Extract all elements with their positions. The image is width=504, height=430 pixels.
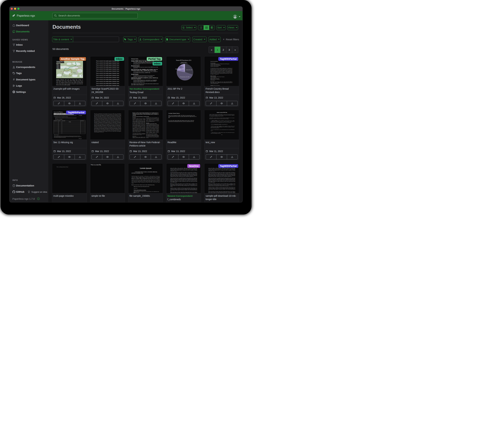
- svg-text:Have you participated in CME a: Have you participated in CME activities …: [54, 115, 76, 116]
- svg-text:proof of attendance and progra: proof of attendance and program content …: [54, 137, 66, 138]
- svg-text:Neuwete Island: Neuwete Island: [75, 66, 78, 67]
- svg-text:Good Samaritan Hospital, Los A: Good Samaritan Hospital, Los Angeles, CA: [54, 112, 63, 113]
- svg-text:Yes: Yes: [80, 115, 81, 116]
- svg-text:Six days in BWCA: Six days in BWCA: [57, 62, 61, 63]
- svg-text:Washington Island: Washington Island: [74, 73, 78, 74]
- svg-text:Hypertension, 31, 6%: Hypertension, 31, 6%: [180, 63, 188, 64]
- svg-text:44, 9%: 44, 9%: [180, 68, 183, 68]
- svg-text:Entry Point: Entry Point: [57, 68, 60, 69]
- svg-text:Course Name: Course Name: [62, 121, 65, 121]
- svg-text:Charles Island: Charles Island: [64, 76, 67, 76]
- svg-text:I am submitting documentation: I am submitting documentation of continu…: [54, 116, 68, 117]
- svg-text:A copy of the information subm: A copy of the information submitted to t…: [56, 118, 77, 118]
- svg-text:Contact Hours: Contact Hours: [81, 121, 84, 121]
- svg-text:Map data 2021: Map data 2021: [56, 77, 59, 78]
- svg-text:Patient BP Distribution 2011: Patient BP Distribution 2011: [176, 60, 191, 61]
- svg-text:Head Grove Island: Head Grove Island: [77, 71, 81, 72]
- svg-text:Half Day Island: Half Day Island: [72, 72, 76, 73]
- svg-text:Castle Island: Castle Island: [74, 74, 77, 75]
- svg-text:or: or: [55, 118, 56, 119]
- svg-text:Attestation Statement: Attestation Statement: [54, 135, 59, 135]
- svg-text:Legend: Legend: [56, 64, 58, 65]
- svg-text:65, 13%: 65, 13%: [178, 69, 180, 70]
- svg-text:Pre-hypertension, 212, 42%: Pre-hypertension, 212, 42%: [180, 76, 189, 77]
- svg-text:Normal, 151, 30%: Normal, 151, 30%: [186, 69, 192, 70]
- svg-text:Completion Date: Completion Date: [54, 121, 58, 121]
- svg-text:Boundary Waters Trip: Boundary Waters Trip: [57, 61, 65, 62]
- svg-text:No: No: [81, 115, 82, 116]
- svg-text:Google Earth: Google Earth: [56, 75, 62, 76]
- svg-text:N \ A: N \ A: [69, 121, 71, 122]
- svg-text:Completion of the grid below: Completion of the grid below: [56, 119, 63, 120]
- svg-text:Garys Island: Garys Island: [66, 72, 68, 72]
- svg-text:Provider #: Provider #: [59, 121, 61, 121]
- svg-text:New Found Island: New Found Island: [65, 71, 69, 72]
